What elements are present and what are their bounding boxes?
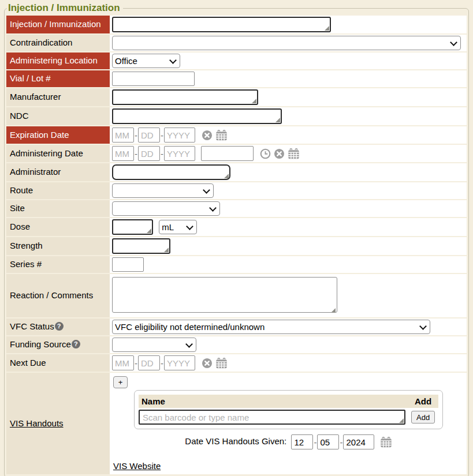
- dose-unit-select[interactable]: mL: [159, 220, 197, 234]
- row-ndc: NDC: [6, 107, 467, 125]
- administrator-label: Administrator: [10, 167, 61, 177]
- reaction-comments-textarea[interactable]: [112, 277, 337, 313]
- site-select-wrap: [112, 201, 220, 216]
- manufacturer-input-wrap: [112, 89, 258, 105]
- vis-handouts-label-cell: VIS Handouts: [6, 373, 110, 474]
- vfc-status-select-wrap: VFC eligibility not determined/unknown: [112, 320, 430, 334]
- route-label: Route: [10, 185, 33, 195]
- row-next-due: Next Due --: [6, 354, 467, 372]
- dose-label-cell: Dose: [6, 218, 110, 236]
- date-separator: -: [161, 130, 163, 140]
- calendar-icon[interactable]: [215, 129, 228, 141]
- strength-label: Strength: [10, 241, 43, 250]
- clear-date-icon[interactable]: [274, 148, 285, 159]
- vis-date-year-input[interactable]: [343, 434, 374, 449]
- vfc-status-help-icon[interactable]: ?: [55, 322, 64, 331]
- administering-time-input[interactable]: [201, 146, 254, 161]
- row-administrator: Administrator: [6, 163, 467, 181]
- expiration-date-label: Expiration Date: [10, 130, 69, 140]
- funding-source-select[interactable]: [112, 338, 196, 352]
- vis-handouts-box: Name Add Add: [134, 390, 443, 429]
- vis-website-link[interactable]: VIS Website: [113, 461, 161, 471]
- administering-month-input[interactable]: [112, 146, 134, 161]
- row-vial-lot: Vial / Lot #: [6, 70, 467, 87]
- injection-immunization-input[interactable]: [112, 17, 331, 32]
- row-site: Site: [6, 200, 467, 217]
- series-label-cell: Series #: [6, 256, 110, 273]
- expiration-date-label-cell: Expiration Date: [6, 126, 110, 144]
- ndc-input-wrap: [112, 108, 282, 124]
- vis-date-day-input[interactable]: [317, 434, 339, 449]
- administering-date-label-cell: Administering Date: [6, 145, 110, 162]
- contraindication-label: Contraindication: [10, 38, 72, 47]
- funding-source-select-wrap: [112, 338, 196, 352]
- row-administering-date: Administering Date --: [6, 145, 467, 162]
- administering-year-input[interactable]: [164, 146, 195, 161]
- vis-add-button[interactable]: Add: [411, 411, 435, 423]
- injection-label-cell: Injection / Immunization: [6, 16, 110, 33]
- row-contraindication: Contraindication: [6, 35, 467, 51]
- vis-scan-input[interactable]: [139, 410, 405, 425]
- next-due-day-input[interactable]: [138, 355, 160, 370]
- funding-source-label-cell: Funding Source?: [6, 336, 110, 353]
- injection-immunization-form: Injection / Immunization Injection / Imm…: [4, 2, 469, 476]
- vis-date-given-label: Date VIS Handouts Given:: [185, 436, 286, 446]
- injection-label: Injection / Immunization: [10, 19, 101, 29]
- strength-input-wrap: [112, 238, 170, 254]
- manufacturer-input[interactable]: [112, 89, 258, 105]
- date-separator: -: [340, 437, 342, 447]
- date-separator: -: [135, 130, 137, 140]
- next-due-year-input[interactable]: [164, 355, 195, 370]
- expiration-month-input[interactable]: [112, 128, 134, 143]
- clear-date-icon[interactable]: [202, 358, 213, 369]
- vis-name-header: Name: [139, 395, 412, 408]
- administering-location-label-cell: Administering Location: [6, 53, 110, 69]
- clear-date-icon[interactable]: [202, 130, 213, 141]
- ndc-label-cell: NDC: [6, 107, 110, 125]
- vis-date-month-input[interactable]: [291, 434, 313, 449]
- dose-unit-select-wrap: mL: [159, 220, 197, 234]
- next-due-label: Next Due: [10, 358, 46, 368]
- vial-lot-input[interactable]: [112, 72, 195, 86]
- expiration-day-input[interactable]: [138, 128, 160, 143]
- route-select-wrap: [112, 183, 214, 198]
- ndc-input[interactable]: [112, 108, 282, 124]
- administering-location-select[interactable]: Office: [112, 54, 180, 68]
- row-vis-handouts: VIS Handouts + Name Add Add: [6, 373, 467, 474]
- administering-day-input[interactable]: [138, 146, 160, 161]
- expiration-year-input[interactable]: [164, 128, 195, 143]
- row-funding-source: Funding Source?: [6, 336, 467, 353]
- manufacturer-label: Manufacturer: [10, 92, 61, 102]
- series-label: Series #: [10, 259, 42, 269]
- next-due-label-cell: Next Due: [6, 354, 110, 372]
- funding-source-help-icon[interactable]: ?: [72, 340, 80, 348]
- date-separator: -: [161, 358, 163, 368]
- dose-input[interactable]: [112, 219, 153, 235]
- calendar-icon[interactable]: [215, 357, 228, 369]
- route-select[interactable]: [112, 183, 214, 198]
- calendar-icon[interactable]: [288, 148, 300, 160]
- strength-input[interactable]: [112, 238, 170, 254]
- vfc-status-select[interactable]: VFC eligibility not determined/unknown: [112, 320, 430, 334]
- reaction-label: Reaction / Comments: [10, 290, 93, 300]
- administrator-input[interactable]: [112, 164, 230, 180]
- row-vfc-status: VFC Status? VFC eligibility not determin…: [6, 318, 467, 335]
- form-title: Injection / Immunization: [7, 2, 123, 14]
- vis-handouts-link[interactable]: VIS Handouts: [10, 418, 64, 428]
- date-separator: -: [314, 437, 316, 447]
- next-due-month-input[interactable]: [112, 355, 134, 370]
- administrator-input-wrap: [112, 164, 230, 180]
- row-expiration-date: Expiration Date --: [6, 126, 467, 144]
- site-select[interactable]: [112, 201, 220, 216]
- clock-icon[interactable]: [260, 148, 271, 159]
- contraindication-select[interactable]: [112, 36, 461, 50]
- vis-add-row-button[interactable]: +: [113, 376, 128, 388]
- administering-location-select-wrap: Office: [112, 54, 180, 68]
- vfc-status-label-cell: VFC Status?: [6, 318, 110, 335]
- route-label-cell: Route: [6, 182, 110, 199]
- funding-source-label: Funding Source: [10, 339, 71, 349]
- series-input[interactable]: [112, 257, 144, 272]
- calendar-icon[interactable]: [380, 436, 392, 448]
- row-dose: Dose mL: [6, 218, 467, 236]
- reaction-label-cell: Reaction / Comments: [6, 274, 110, 317]
